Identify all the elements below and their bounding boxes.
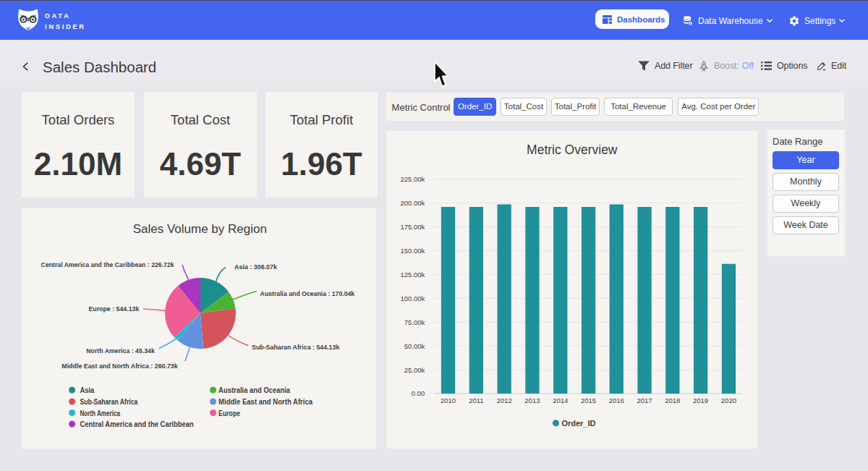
svg-text:Metric Overview: Metric Overview xyxy=(527,143,618,157)
svg-text:Australia and Oceania : 170.04: Australia and Oceania : 170.04k xyxy=(260,290,355,297)
svg-text:100.00k: 100.00k xyxy=(400,294,425,302)
svg-text:Australia and Oceania: Australia and Oceania xyxy=(218,386,291,394)
svg-text:0.00: 0.00 xyxy=(412,389,425,397)
svg-text:2020: 2020 xyxy=(721,396,736,404)
svg-text:2010: 2010 xyxy=(441,396,456,404)
svg-text:North America : 45.34k: North America : 45.34k xyxy=(86,347,155,355)
svg-text:150.00k: 150.00k xyxy=(400,247,425,255)
svg-text:Sub-Saharan Africa: Sub-Saharan Africa xyxy=(80,397,138,406)
svg-text:225.00k: 225.00k xyxy=(400,175,425,183)
svg-text:2012: 2012 xyxy=(497,396,512,404)
svg-text:Middle East and North Africa: Middle East and North Africa xyxy=(218,397,313,406)
svg-text:North America: North America xyxy=(80,409,120,417)
svg-text:Sales Volume by Region: Sales Volume by Region xyxy=(133,222,267,236)
svg-text:75.00k: 75.00k xyxy=(404,318,425,326)
svg-text:2013: 2013 xyxy=(524,396,540,404)
svg-text:125.00k: 125.00k xyxy=(400,271,425,279)
svg-text:2014: 2014 xyxy=(553,396,568,404)
svg-text:2011: 2011 xyxy=(469,396,483,404)
svg-text:2019: 2019 xyxy=(693,396,708,404)
svg-text:2018: 2018 xyxy=(665,396,680,404)
svg-text:Europe: Europe xyxy=(218,409,240,417)
svg-text:2016: 2016 xyxy=(609,396,624,404)
svg-text:50.00k: 50.00k xyxy=(404,342,425,350)
svg-text:Middle East and North Africa :: Middle East and North Africa : 260.73k xyxy=(61,362,178,370)
svg-text:Asia: Asia xyxy=(80,386,95,394)
svg-text:Asia : 306.07k: Asia : 306.07k xyxy=(234,263,278,271)
svg-text:2015: 2015 xyxy=(581,396,596,404)
svg-text:25.00k: 25.00k xyxy=(404,366,425,374)
svg-text:Order_ID: Order_ID xyxy=(561,419,595,428)
svg-text:Europe : 544.13k: Europe : 544.13k xyxy=(88,305,140,313)
svg-text:Sub-Saharan Africa : 544.13k: Sub-Saharan Africa : 544.13k xyxy=(252,344,340,351)
svg-text:200.00k: 200.00k xyxy=(400,199,425,207)
svg-text:2017: 2017 xyxy=(637,396,652,404)
svg-text:Central America and the Caribb: Central America and the Caribbean xyxy=(80,420,194,428)
svg-text:Central America and the Caribb: Central America and the Caribbean : 226.… xyxy=(41,261,175,268)
svg-text:175.00k: 175.00k xyxy=(400,223,425,231)
